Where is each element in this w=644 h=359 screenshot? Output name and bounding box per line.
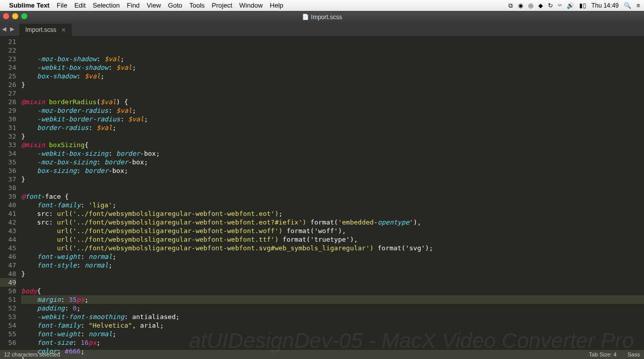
tab-bar: ◀ ▶ Import.scss ✕ <box>0 22 644 36</box>
code-editor[interactable]: 2122232425262728293031323334353637383940… <box>0 36 644 350</box>
updates-icon[interactable]: ↻ <box>548 2 553 9</box>
menu-help[interactable]: Help <box>270 2 283 9</box>
line-number-gutter: 2122232425262728293031323334353637383940… <box>0 36 21 350</box>
app-name[interactable]: Sublime Text <box>9 2 50 9</box>
clock[interactable]: Thu 14:49 <box>591 2 619 9</box>
tab-label: Import.scss <box>25 26 56 33</box>
battery-icon[interactable]: ▮▯ <box>579 2 586 9</box>
traffic-lights <box>3 13 27 19</box>
sync-icon[interactable]: ◉ <box>518 2 523 9</box>
menu-edit[interactable]: Edit <box>74 2 85 9</box>
screencast-icon[interactable]: ⧉ <box>508 2 513 9</box>
drive-icon[interactable]: ◆ <box>538 2 543 9</box>
spotlight-icon[interactable]: 🔍 <box>624 2 631 9</box>
nav-back-icon[interactable]: ◀ <box>0 26 8 32</box>
nav-forward-icon[interactable]: ▶ <box>8 26 16 32</box>
close-icon[interactable]: ✕ <box>61 27 66 33</box>
menu-goto[interactable]: Goto <box>168 2 182 9</box>
menu-project[interactable]: Project <box>212 2 232 9</box>
menu-view[interactable]: View <box>147 2 161 9</box>
menu-find[interactable]: Find <box>127 2 140 9</box>
menu-window[interactable]: Window <box>239 2 263 9</box>
minimize-button[interactable] <box>12 13 18 19</box>
volume-icon[interactable]: 🔊 <box>567 2 574 9</box>
cc-icon[interactable]: ◎ <box>528 2 533 9</box>
document-icon: 📄 <box>302 14 309 20</box>
zoom-button[interactable] <box>21 13 27 19</box>
close-button[interactable] <box>3 13 9 19</box>
window-titlebar: 📄 Import.scss <box>0 11 644 22</box>
file-tab[interactable]: Import.scss ✕ <box>19 24 72 36</box>
window-title: Import.scss <box>311 14 342 21</box>
menu-extra-icon[interactable]: ≡ <box>636 2 640 9</box>
menubar-right: ⧉ ◉ ◎ ◆ ↻ ⌔ 🔊 ▮▯ Thu 14:49 🔍 ≡ <box>508 2 640 9</box>
wifi-icon[interactable]: ⌔ <box>558 2 562 9</box>
menu-file[interactable]: File <box>57 2 67 9</box>
menu-tools[interactable]: Tools <box>189 2 204 9</box>
code-content[interactable]: -moz-box-shadow: $val; -webkit-box-shado… <box>21 36 644 350</box>
menu-selection[interactable]: Selection <box>93 2 119 9</box>
macos-menubar: Sublime Text File Edit Selection Find Vi… <box>0 0 644 11</box>
